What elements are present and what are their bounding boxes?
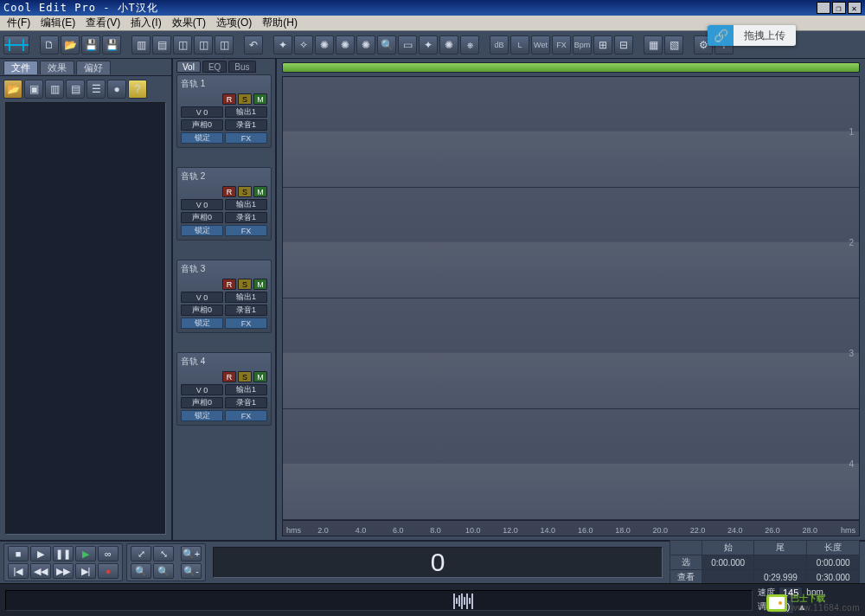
fx-g-button[interactable]: ✦ [419,35,438,55]
new-file-button[interactable]: 🗋 [40,35,59,55]
minimize-button[interactable]: _ [817,2,830,14]
level-meter[interactable] [5,590,753,611]
zoom-vert-out-button[interactable]: ⤢ [131,546,151,561]
import-a-button[interactable]: ▣ [24,80,43,99]
pan-field[interactable]: 声相0 [181,212,223,223]
waveform-mode-button[interactable] [3,35,29,55]
track-name[interactable]: 音轨 4 [181,355,267,369]
fforward-button[interactable]: ▶▶ [53,563,74,579]
lock-button[interactable]: 锁定 [181,132,223,144]
pause-button[interactable]: ❚❚ [53,546,74,561]
solo-button[interactable]: S [238,371,252,382]
fx-a-button[interactable]: ✦ [273,35,292,55]
pan-field[interactable]: 声相0 [181,397,223,408]
open-file-button[interactable]: 📂 [61,35,80,55]
zoom-all-button[interactable]: 🔍 [153,563,174,579]
toggle-mixer-button[interactable]: ▤ [152,35,171,55]
file-list[interactable] [5,102,166,535]
zoom-vert-in-button[interactable]: ⤡ [153,546,174,561]
bpm-button[interactable]: Bpm [573,35,592,55]
go-start-button[interactable]: |◀ [8,563,29,579]
l-button[interactable]: L [510,35,529,55]
record-arm-button[interactable]: R [222,279,236,290]
pan-field[interactable]: 声相0 [181,305,223,316]
mute-button[interactable]: M [253,279,267,290]
wet-button[interactable]: Wet [531,35,550,55]
menu-view[interactable]: 查看(V) [80,15,125,31]
fx-b-button[interactable]: ✧ [294,35,313,55]
lock-button[interactable]: 锁定 [181,225,223,236]
tab-effects[interactable]: 效果 [40,61,74,74]
output-field[interactable]: 输出1 [225,292,267,303]
sel-begin[interactable]: 0:00.000 [702,555,754,570]
menu-options[interactable]: 选项(O) [211,15,257,31]
restore-button[interactable]: ❐ [832,2,846,14]
import-d-button[interactable]: ☰ [86,80,106,99]
output-field[interactable]: 输出1 [225,384,267,395]
fx-d-button[interactable]: ✺ [336,35,355,55]
import-c-button[interactable]: ▤ [66,80,85,99]
fx-button[interactable]: FX [225,225,267,236]
open-folder-button[interactable]: 📂 [3,80,22,99]
volume-field[interactable]: V 0 [181,199,223,210]
rec-input-field[interactable]: 录音1 [225,212,267,223]
upload-widget[interactable]: 🔗 拖拽上传 [708,25,796,46]
record-arm-button[interactable]: R [222,371,236,382]
rec-input-field[interactable]: 录音1 [225,119,267,131]
track-name[interactable]: 音轨 2 [181,170,267,184]
toggle-left-panel-button[interactable]: ▥ [131,35,151,55]
play-loop-button[interactable]: ▶ [75,546,96,561]
fx-c-button[interactable]: ✺ [315,35,334,55]
save-button[interactable]: 💾 [81,35,100,55]
solo-button[interactable]: S [238,186,252,197]
mixer-tab-bus[interactable]: Bus [228,61,255,73]
pan-field[interactable]: 声相0 [181,119,223,131]
zoom-in-time-button[interactable]: 🔍+ [181,546,202,561]
sel-end[interactable] [754,555,807,570]
tab-prefs[interactable]: 偏好 [76,61,111,74]
snap-button[interactable]: ⊞ [593,35,612,55]
save-all-button[interactable]: 💾 [102,35,121,55]
record-arm-button[interactable]: R [222,93,236,105]
undo-button[interactable]: ↶ [244,35,263,55]
lock-button[interactable]: 锁定 [181,318,223,329]
mute-button[interactable]: M [253,93,267,105]
zoom-sel-button[interactable]: 🔍 [131,563,151,579]
track-lane-2[interactable]: 2 [283,188,859,298]
solo-button[interactable]: S [238,279,252,290]
zoom-button[interactable]: 🔍 [377,35,396,55]
group-b-button[interactable]: ▧ [664,35,683,55]
mute-button[interactable]: M [253,186,267,197]
toggle-window-b-button[interactable]: ◫ [194,35,213,55]
fx-e-button[interactable]: ✺ [356,35,375,55]
menu-file[interactable]: 件(F) [2,15,35,31]
horizontal-scrollbar[interactable] [282,62,860,73]
volume-field[interactable]: V 0 [181,384,223,395]
record-new-button[interactable]: ● [107,80,126,99]
track-lane-3[interactable]: 3 [283,298,859,409]
fx-i-button[interactable]: ⎈ [460,35,479,55]
fx-button[interactable]: FX [225,132,267,144]
rec-input-field[interactable]: 录音1 [225,305,267,316]
zoom-out-time-button[interactable]: 🔍- [181,563,202,579]
menu-insert[interactable]: 插入(I) [125,15,166,31]
loop-button[interactable]: ∞ [98,546,119,561]
record-arm-button[interactable]: R [222,186,236,197]
view-begin[interactable] [702,570,754,585]
time-ruler[interactable]: hms 2.0 4.0 6.0 8.0 10.0 12.0 14.0 16.0 … [282,521,860,536]
view-len[interactable]: 0:30.000 [807,570,860,585]
mixer-tab-eq[interactable]: EQ [202,61,227,73]
lock-button[interactable]: 锁定 [181,410,223,421]
sel-len[interactable]: 0:00.000 [807,555,860,570]
track-area[interactable]: 1 2 3 4 [282,76,860,521]
output-field[interactable]: 输出1 [225,106,267,118]
help-left-button[interactable]: ? [128,80,147,99]
snap2-button[interactable]: ⊟ [614,35,633,55]
track-lane-4[interactable]: 4 [283,409,859,520]
menu-effects[interactable]: 效果(T) [167,15,211,31]
toggle-window-c-button[interactable]: ◫ [215,35,234,55]
tab-files[interactable]: 文件 [3,61,38,74]
menu-edit[interactable]: 编辑(E) [35,15,80,31]
fx-h-button[interactable]: ✺ [439,35,458,55]
track-lane-1[interactable]: 1 [283,77,859,188]
